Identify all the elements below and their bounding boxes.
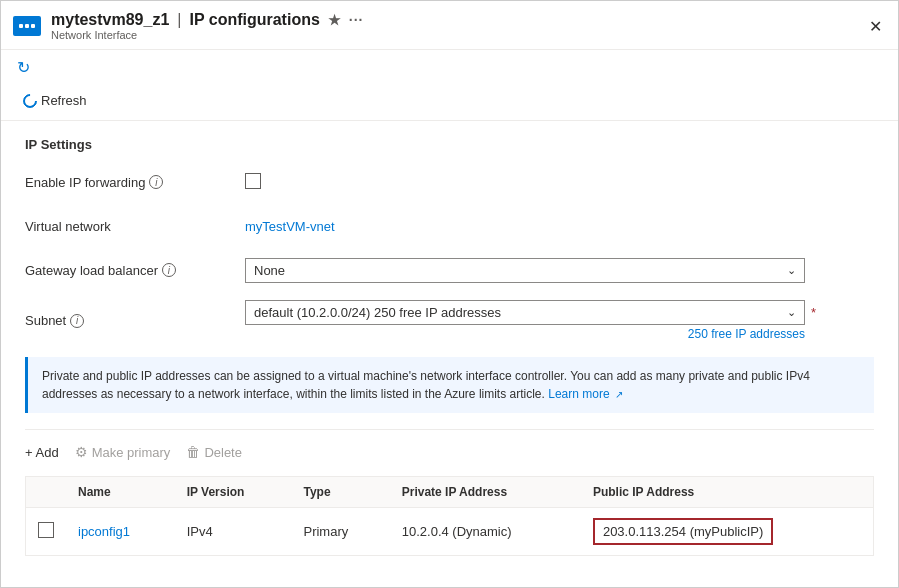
info-text-content: Private and public IP addresses can be a… xyxy=(42,369,810,401)
icon-dot-3 xyxy=(31,24,35,28)
col-checkbox xyxy=(26,477,66,508)
col-ip-version: IP Version xyxy=(175,477,292,508)
subnet-value: default (10.2.0.0/24) 250 free IP addres… xyxy=(245,300,874,341)
row-type: Primary xyxy=(303,524,348,539)
col-private-ip: Private IP Address xyxy=(390,477,581,508)
resource-icon xyxy=(13,16,41,36)
external-link-icon: ↗ xyxy=(615,389,623,400)
main-title: mytestvm89_z1 | IP configurations ★ ··· xyxy=(51,11,364,29)
virtual-network-text: Virtual network xyxy=(25,219,111,234)
more-options-icon[interactable]: ··· xyxy=(349,12,364,28)
gear-icon: ⚙ xyxy=(75,444,88,460)
enable-forwarding-label: Enable IP forwarding i xyxy=(25,175,245,190)
icon-dot-1 xyxy=(19,24,23,28)
ip-config-table: Name IP Version Type Private IP Address … xyxy=(25,476,874,556)
subnet-dropdown-value: default (10.2.0.0/24) 250 free IP addres… xyxy=(254,305,501,320)
make-primary-label: Make primary xyxy=(92,445,171,460)
table-header-row: Name IP Version Type Private IP Address … xyxy=(26,477,873,508)
row-checkbox-cell xyxy=(26,508,66,556)
table: Name IP Version Type Private IP Address … xyxy=(26,477,873,555)
subnet-free-ips-note: 250 free IP addresses xyxy=(245,327,805,341)
row-private-ip-cell: 10.2.0.4 (Dynamic) xyxy=(390,508,581,556)
gateway-lb-dropdown[interactable]: None ⌄ xyxy=(245,258,805,283)
virtual-network-row: Virtual network myTestVM-vnet xyxy=(25,212,874,240)
delete-icon: 🗑 xyxy=(186,444,200,460)
enable-forwarding-row: Enable IP forwarding i xyxy=(25,168,874,196)
back-area: ↻ xyxy=(1,50,898,85)
resource-name: mytestvm89_z1 xyxy=(51,11,169,29)
col-public-ip: Public IP Address xyxy=(581,477,873,508)
row-checkbox[interactable] xyxy=(38,522,54,538)
info-text-block: Private and public IP addresses can be a… xyxy=(25,357,874,413)
gateway-lb-info-icon[interactable]: i xyxy=(162,263,176,277)
gateway-lb-label: Gateway load balancer i xyxy=(25,263,245,278)
virtual-network-label: Virtual network xyxy=(25,219,245,234)
gateway-lb-text: Gateway load balancer xyxy=(25,263,158,278)
close-button[interactable]: ✕ xyxy=(869,17,882,36)
subnet-row: Subnet i default (10.2.0.0/24) 250 free … xyxy=(25,300,874,341)
enable-forwarding-text: Enable IP forwarding xyxy=(25,175,145,190)
add-label: + Add xyxy=(25,445,59,460)
delete-label: Delete xyxy=(204,445,242,460)
subnet-dropdown[interactable]: default (10.2.0.0/24) 250 free IP addres… xyxy=(245,300,805,325)
icon-dot-2 xyxy=(25,24,29,28)
row-ip-version-cell: IPv4 xyxy=(175,508,292,556)
learn-more-label: Learn more xyxy=(548,387,609,401)
icon-dots xyxy=(19,24,35,28)
row-public-ip-highlighted: 203.0.113.254 (myPublicIP) xyxy=(593,518,773,545)
refresh-label: Refresh xyxy=(41,93,87,108)
title-separator: | xyxy=(177,11,181,29)
gateway-lb-row: Gateway load balancer i None ⌄ xyxy=(25,256,874,284)
row-public-ip-cell: 203.0.113.254 (myPublicIP) xyxy=(581,508,873,556)
col-name: Name xyxy=(66,477,175,508)
enable-forwarding-info-icon[interactable]: i xyxy=(149,175,163,189)
learn-more-link[interactable]: Learn more ↗ xyxy=(548,387,623,401)
subnet-info-icon[interactable]: i xyxy=(70,314,84,328)
gateway-lb-dropdown-value: None xyxy=(254,263,285,278)
gateway-lb-dropdown-arrow: ⌄ xyxy=(787,264,796,277)
refresh-button[interactable]: Refresh xyxy=(17,89,93,112)
row-type-cell: Primary xyxy=(291,508,389,556)
header-actions: ✕ xyxy=(869,17,882,36)
enable-forwarding-value xyxy=(245,173,874,192)
section-title: IP Settings xyxy=(25,137,874,152)
virtual-network-link[interactable]: myTestVM-vnet xyxy=(245,219,335,234)
delete-button[interactable]: 🗑 Delete xyxy=(186,440,242,464)
make-primary-button[interactable]: ⚙ Make primary xyxy=(75,440,171,464)
action-bar: + Add ⚙ Make primary 🗑 Delete xyxy=(25,429,874,464)
subnet-text: Subnet xyxy=(25,313,66,328)
page-header: mytestvm89_z1 | IP configurations ★ ··· … xyxy=(1,1,898,50)
main-content: IP Settings Enable IP forwarding i Virtu… xyxy=(1,121,898,588)
col-type: Type xyxy=(291,477,389,508)
table-row: ipconfig1 IPv4 Primary 10.2.0.4 (Dynamic… xyxy=(26,508,873,556)
row-private-ip: 10.2.0.4 (Dynamic) xyxy=(402,524,512,539)
virtual-network-value: myTestVM-vnet xyxy=(245,219,874,234)
favorite-icon[interactable]: ★ xyxy=(328,12,341,28)
page-title: IP configurations xyxy=(189,11,319,29)
row-ip-version: IPv4 xyxy=(187,524,213,539)
back-icon[interactable]: ↻ xyxy=(17,58,30,77)
refresh-icon xyxy=(20,91,40,111)
subnet-dropdown-arrow: ⌄ xyxy=(787,306,796,319)
required-star: * xyxy=(811,305,816,320)
enable-forwarding-checkbox[interactable] xyxy=(245,173,261,189)
gateway-lb-value: None ⌄ xyxy=(245,258,874,283)
toolbar: Refresh xyxy=(1,85,898,121)
add-button[interactable]: + Add xyxy=(25,441,59,464)
ipconfig-link[interactable]: ipconfig1 xyxy=(78,524,130,539)
row-name-cell: ipconfig1 xyxy=(66,508,175,556)
subnet-label: Subnet i xyxy=(25,313,245,328)
resource-subtitle: Network Interface xyxy=(51,29,364,41)
title-block: mytestvm89_z1 | IP configurations ★ ··· … xyxy=(51,11,364,41)
